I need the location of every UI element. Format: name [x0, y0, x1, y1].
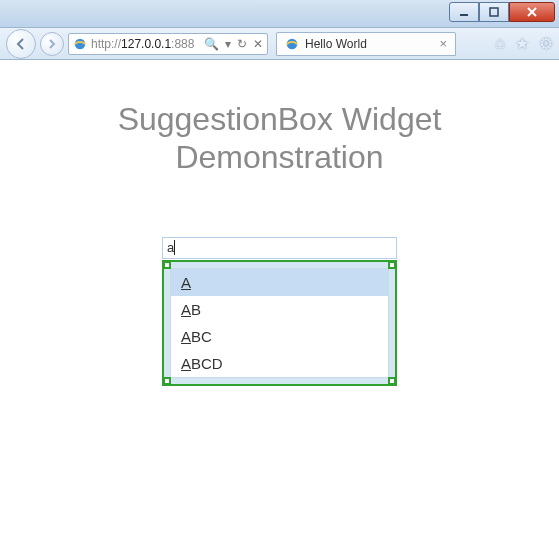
arrow-right-icon: [47, 39, 57, 49]
resize-handle-bl[interactable]: [163, 377, 171, 385]
resize-handle-br[interactable]: [388, 377, 396, 385]
suggestion-rest: BCD: [191, 355, 223, 372]
suggestion-rest: BC: [191, 328, 212, 345]
svg-rect-1: [490, 8, 498, 16]
back-button[interactable]: [6, 29, 36, 59]
svg-point-4: [75, 38, 86, 49]
navigation-bar: http://127.0.0.1:888 🔍 ▾ ↻ ✕ Hello World…: [0, 28, 559, 60]
minimize-button[interactable]: [449, 2, 479, 22]
url-port: :888: [171, 37, 194, 51]
settings-icon[interactable]: ⚙: [539, 34, 553, 53]
svg-point-5: [287, 38, 298, 49]
suggestion-item[interactable]: AB: [171, 296, 388, 323]
browser-window: http://127.0.0.1:888 🔍 ▾ ↻ ✕ Hello World…: [0, 0, 559, 551]
close-button[interactable]: [509, 2, 555, 22]
arrow-left-icon: [15, 38, 27, 50]
stop-icon[interactable]: ✕: [253, 37, 263, 51]
suggestion-item[interactable]: ABC: [171, 323, 388, 350]
suggestion-input[interactable]: [162, 237, 397, 259]
title-bar: [0, 0, 559, 28]
resize-handle-tl[interactable]: [163, 261, 171, 269]
suggestion-popup: AABABCABCD: [162, 260, 397, 386]
page-content: SuggestionBox Widget Demonstration AABAB…: [0, 100, 559, 551]
suggestion-match: A: [181, 301, 191, 318]
refresh-icon[interactable]: ↻: [237, 37, 247, 51]
suggestion-match: A: [181, 274, 191, 291]
tab-close-icon[interactable]: ×: [439, 36, 447, 51]
home-icon[interactable]: ⌂: [495, 34, 505, 53]
toolbar-icons: ⌂ ★ ⚙: [495, 34, 553, 53]
page-icon: [285, 37, 299, 51]
address-bar[interactable]: http://127.0.0.1:888 🔍 ▾ ↻ ✕: [68, 33, 268, 55]
minimize-icon: [459, 7, 469, 17]
dropdown-icon[interactable]: ▾: [225, 37, 231, 51]
search-icon[interactable]: 🔍: [204, 37, 219, 51]
text-caret: [174, 240, 175, 255]
browser-tab[interactable]: Hello World ×: [276, 32, 456, 56]
maximize-icon: [489, 7, 499, 17]
url-text: http://127.0.0.1:888: [91, 37, 194, 51]
favorites-icon[interactable]: ★: [515, 34, 529, 53]
window-controls: [449, 2, 555, 22]
close-icon: [526, 6, 538, 18]
tab-title: Hello World: [305, 37, 367, 51]
suggestion-list: AABABCABCD: [170, 268, 389, 378]
url-scheme: http://: [91, 37, 121, 51]
ie-logo-icon: [73, 37, 87, 51]
suggestion-item[interactable]: A: [171, 269, 388, 296]
forward-button[interactable]: [40, 32, 64, 56]
suggestion-rest: B: [191, 301, 201, 318]
url-host: 127.0.0.1: [121, 37, 171, 51]
page-title: SuggestionBox Widget Demonstration: [20, 100, 539, 177]
resize-handle-tr[interactable]: [388, 261, 396, 269]
suggestion-item[interactable]: ABCD: [171, 350, 388, 377]
suggestion-match: A: [181, 328, 191, 345]
svg-rect-0: [460, 14, 468, 16]
address-bar-icons: 🔍 ▾ ↻ ✕: [204, 37, 263, 51]
suggestion-box-widget: AABABCABCD: [162, 237, 397, 386]
maximize-button[interactable]: [479, 2, 509, 22]
suggestion-match: A: [181, 355, 191, 372]
